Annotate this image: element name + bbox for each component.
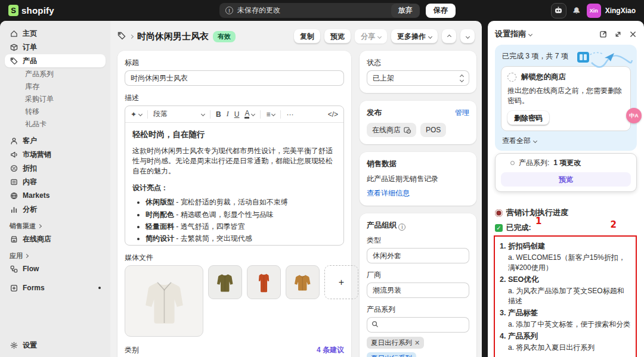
text-color-button[interactable]: A [244, 110, 255, 119]
alignment-button[interactable]: ≡ [266, 110, 275, 119]
sidebar-item-home[interactable]: 主页 [5, 27, 106, 40]
task-description: 推出您的在线商店之前，您需要删除密码。 [507, 86, 624, 106]
italic-button[interactable]: I [227, 110, 229, 119]
category-suggestions-link[interactable]: 4 条建议 [317, 345, 344, 355]
remove-tag-icon[interactable]: ✕ [414, 339, 420, 347]
type-input[interactable] [367, 248, 469, 263]
done-item-detail: a. WELCOME15（新客户15%折扣，满¥200使用） [508, 253, 631, 273]
content-icon [10, 178, 18, 186]
unsaved-changes-pill: ! 未保存的更改 [219, 3, 413, 18]
setup-guide-panel: 设置指南 已完成 3 项，共 7 项 [488, 21, 644, 357]
add-media-button[interactable]: + [324, 265, 358, 299]
title-input[interactable] [125, 70, 344, 86]
gear-icon [10, 341, 18, 349]
sidebar-item-discounts[interactable]: 折扣 [5, 162, 106, 175]
forms-app-icon [10, 284, 18, 292]
sidebar-item-gift-cards[interactable]: 礼品卡 [5, 118, 106, 131]
product-image-thumb[interactable] [247, 265, 281, 299]
open-in-new-icon[interactable] [599, 30, 607, 38]
magic-wand-button[interactable]: ✦ [131, 110, 142, 119]
setup-guide-card: 已完成 3 项，共 7 项 解锁您的商店 推出您的在线商店之前，您需要删除密码。… [495, 45, 637, 151]
main-content: 时尚休闲男士风衣 有效 复制 预览 分享 更多操作 [110, 21, 482, 357]
sales-details-link[interactable]: 查看详细信息 [367, 189, 410, 197]
collection-link-chip[interactable]: 夏日出行系列 [367, 352, 416, 357]
sidebar-item-inventory[interactable]: 库存 [5, 80, 106, 93]
status-select[interactable]: 已上架 [367, 70, 469, 86]
unlock-store-task: 解锁您的商店 推出您的在线商店之前，您需要删除密码。 删除密码 [501, 66, 631, 131]
shopify-logo-text: shopify [21, 5, 54, 15]
analytics-bars-icon [10, 205, 18, 213]
description-content[interactable]: 轻松时尚，自在随行 这款时尚休闲男士风衣专为现代都市男性设计，完美平衡了舒适性与… [125, 123, 343, 245]
product-image-main[interactable] [125, 265, 203, 337]
preview-button[interactable]: 预览 [324, 29, 351, 44]
more-formatting-button[interactable]: ··· [286, 110, 293, 119]
chevron-down-icon [201, 112, 205, 116]
sales-data-label: 销售数据 [367, 159, 469, 169]
marketing-megaphone-icon [10, 150, 18, 159]
collections-label: 产品系列 [367, 305, 469, 315]
sidebar-item-flow[interactable]: Flow [5, 262, 106, 275]
share-button[interactable]: 分享 [355, 29, 387, 44]
translate-floating-badge[interactable]: 中A [626, 108, 642, 123]
product-image-thumb[interactable] [208, 265, 242, 299]
organization-label: 产品组织 i [367, 221, 469, 231]
code-view-button[interactable]: </> [328, 110, 338, 119]
sidebar-item-settings[interactable]: 设置 [5, 339, 106, 352]
expand-icon[interactable] [614, 30, 622, 38]
panel-title-chevron-icon[interactable] [528, 32, 532, 36]
collection-tag-chip[interactable]: 夏日出行系列✕ [367, 337, 424, 349]
sidebar-item-content[interactable]: 内容 [5, 175, 106, 188]
online-store-channel-chip[interactable]: 在线商店 [367, 123, 416, 137]
manage-link[interactable]: 管理 [455, 108, 469, 118]
changes-preview-button[interactable]: 预览 [501, 172, 631, 187]
shopify-logo[interactable]: S shopify [8, 5, 54, 16]
chevron-down-icon [138, 112, 143, 116]
marketing-heading: 营销计划执行进度 [495, 207, 637, 218]
save-button[interactable]: 保存 [426, 4, 456, 18]
sidebar-item-forms[interactable]: Forms [5, 281, 106, 294]
bold-button[interactable]: B [216, 110, 221, 119]
marketing-progress-section: 1 2 营销计划执行进度 ✓ 已完成: 1. 折扣码创建 a. WELCOME1… [495, 207, 637, 357]
sidebar-item-orders[interactable]: 订单 [5, 41, 106, 54]
done-item-title: 3. 产品标签 [500, 308, 631, 318]
info-icon[interactable]: i [398, 223, 405, 231]
status-badge: 有效 [213, 31, 236, 42]
sidebar-item-collections[interactable]: 产品系列 [5, 68, 106, 80]
product-image-thumb[interactable] [286, 265, 320, 299]
description-paragraph: 这款时尚休闲男士风衣专为现代都市男性设计，完美平衡了舒适性与时尚感。无论是周末出… [132, 146, 336, 177]
underline-button[interactable]: U [234, 110, 240, 119]
products-tag-icon [10, 57, 18, 65]
duplicate-button[interactable]: 复制 [294, 29, 320, 44]
collections-search-input[interactable] [367, 317, 469, 333]
more-actions-button[interactable]: 更多操作 [391, 29, 438, 44]
task-checkbox-icon[interactable] [507, 73, 516, 82]
status-label: 状态 [367, 58, 469, 68]
view-all-link[interactable]: 查看全部 [502, 136, 631, 146]
sidebar-item-products[interactable]: 产品 [5, 54, 106, 67]
product-tag-icon [117, 32, 126, 42]
notifications-bell-icon[interactable]: 🔔︎ [572, 6, 581, 15]
apps-header[interactable]: 应用 [10, 252, 106, 260]
assistant-icon[interactable] [551, 3, 566, 18]
user-menu[interactable]: Xin XingXiao [587, 4, 636, 18]
paragraph-style-dropdown[interactable]: 段落 [153, 109, 205, 119]
discard-button[interactable]: 放弃 [391, 4, 420, 18]
chevron-down-icon [271, 112, 275, 116]
orders-icon [10, 43, 18, 51]
sidebar-item-marketing[interactable]: 市场营销 [5, 148, 106, 161]
sales-channels-header[interactable]: 销售渠道 [10, 222, 106, 231]
close-icon[interactable] [629, 30, 637, 38]
next-product-button[interactable] [460, 29, 475, 44]
sidebar-item-purchase-orders[interactable]: 采购订单 [5, 93, 106, 105]
previous-product-button[interactable] [442, 29, 456, 44]
sidebar-item-customers[interactable]: 客户 [5, 134, 106, 147]
vendor-input[interactable] [367, 283, 469, 298]
chevron-down-icon [377, 34, 382, 38]
sidebar-item-markets[interactable]: Markets [5, 189, 106, 202]
sidebar-item-analytics[interactable]: 分析 [5, 203, 106, 216]
remove-password-button[interactable]: 删除密码 [507, 111, 549, 125]
sidebar-item-transfers[interactable]: 转移 [5, 105, 106, 118]
pos-channel-chip[interactable]: POS [420, 123, 446, 137]
sidebar-item-online-store[interactable]: 在线商店 [5, 232, 106, 246]
page-title: 时尚休闲男士风衣 [137, 31, 209, 42]
